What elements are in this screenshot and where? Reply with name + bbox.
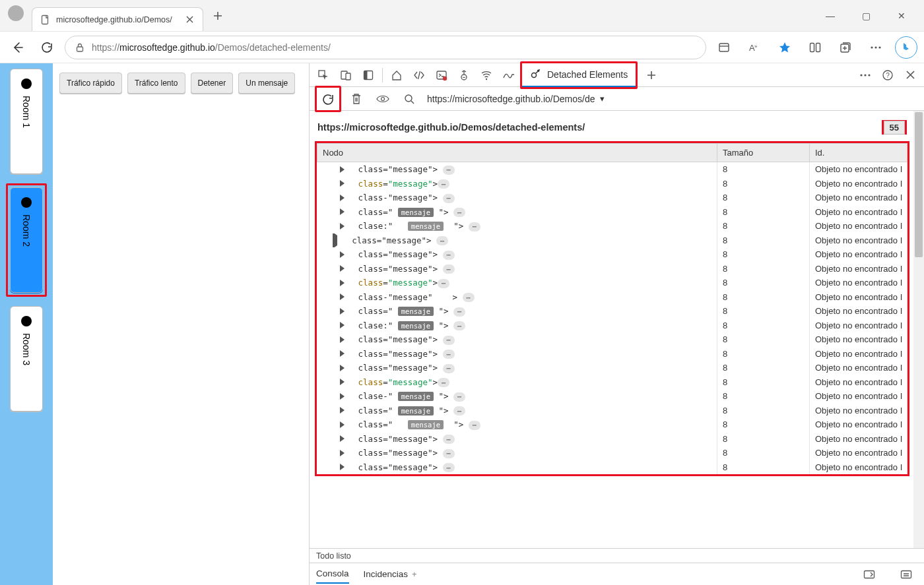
stop-button[interactable]: Detener bbox=[191, 73, 234, 94]
ellipsis-chip-icon[interactable]: ⋯ bbox=[443, 264, 455, 274]
frame-dropdown-icon[interactable]: ▾ bbox=[600, 94, 605, 104]
expand-triangle-icon[interactable] bbox=[340, 180, 345, 187]
inspect-element-icon[interactable] bbox=[312, 64, 335, 86]
more-menu-button[interactable] bbox=[865, 36, 887, 59]
bing-chat-button[interactable] bbox=[895, 36, 917, 59]
window-maximize-button[interactable]: ▢ bbox=[855, 11, 876, 21]
ellipsis-chip-icon[interactable]: ⋯ bbox=[436, 236, 448, 245]
expand-triangle-icon[interactable] bbox=[340, 407, 345, 414]
expand-triangle-icon[interactable] bbox=[340, 322, 345, 328]
table-row[interactable]: class-"message" > ⋯ 8Objeto no encontrad… bbox=[317, 290, 908, 305]
table-row[interactable]: class="message"> ⋯ 8Objeto no encontrado… bbox=[317, 460, 908, 475]
expand-triangle-icon[interactable] bbox=[340, 293, 345, 300]
expand-triangle-icon[interactable] bbox=[340, 195, 345, 201]
expand-triangle-icon[interactable] bbox=[340, 350, 345, 357]
ellipsis-chip-icon[interactable]: ⋯ bbox=[469, 222, 480, 231]
table-row[interactable]: clase:" mensaje "> ⋯ 8Objeto no encontra… bbox=[317, 219, 908, 233]
drawer-add-tab-icon[interactable]: + bbox=[412, 569, 417, 579]
ellipsis-chip-icon[interactable]: ⋯ bbox=[438, 279, 449, 288]
table-row[interactable]: class=" mensaje "> ⋯ 8Objeto no encontra… bbox=[317, 304, 908, 319]
table-row[interactable]: class-"message"> ⋯ 8Objeto no encontrado… bbox=[317, 191, 908, 205]
sources-tab-icon[interactable] bbox=[453, 64, 475, 86]
more-tabs-button[interactable] bbox=[640, 64, 663, 86]
ellipsis-chip-icon[interactable]: ⋯ bbox=[453, 406, 465, 416]
table-row[interactable]: class="message"> ⋯ 8Objeto no encontrado… bbox=[317, 332, 908, 347]
ellipsis-chip-icon[interactable]: ⋯ bbox=[443, 449, 455, 458]
ellipsis-chip-icon[interactable]: ⋯ bbox=[453, 392, 465, 402]
expand-triangle-icon[interactable] bbox=[340, 336, 345, 343]
expand-triangle-icon[interactable] bbox=[340, 280, 345, 286]
ellipsis-chip-icon[interactable]: ⋯ bbox=[438, 378, 449, 387]
table-row[interactable]: class=" mensaje "> ⋯ 8Objeto no encontra… bbox=[317, 417, 908, 432]
ellipsis-chip-icon[interactable]: ⋯ bbox=[469, 421, 480, 430]
expand-triangle-icon[interactable] bbox=[340, 365, 345, 371]
devtools-frame-url[interactable]: https://microsoftedge.github.io/Demos/de bbox=[427, 94, 595, 104]
eye-button[interactable] bbox=[372, 88, 394, 110]
table-row[interactable]: clase:" mensaje "> ⋯ 8Objeto no encontra… bbox=[317, 319, 908, 333]
drawer-tab-issues[interactable]: Incidencias bbox=[364, 565, 409, 583]
table-row[interactable]: class=" mensaje "> ⋯ 8Objeto no encontra… bbox=[317, 205, 908, 220]
profile-avatar[interactable] bbox=[8, 5, 24, 21]
ellipsis-chip-icon[interactable]: ⋯ bbox=[453, 321, 465, 330]
table-row[interactable]: class="message"> ⋯ 8Objeto no encontrado… bbox=[317, 247, 908, 262]
table-row[interactable]: clase-" mensaje "> ⋯ 8Objeto no encontra… bbox=[317, 389, 908, 404]
expand-triangle-icon[interactable] bbox=[340, 308, 345, 315]
ellipsis-chip-icon[interactable]: ⋯ bbox=[453, 208, 465, 217]
expand-triangle-icon[interactable] bbox=[340, 435, 345, 442]
vertical-scrollbar[interactable] bbox=[913, 111, 924, 548]
drawer-tab-console[interactable]: Consola bbox=[316, 565, 349, 584]
ellipsis-chip-icon[interactable]: ⋯ bbox=[438, 179, 449, 189]
elements-tab-icon[interactable] bbox=[408, 64, 430, 86]
expand-triangle-icon[interactable] bbox=[340, 166, 345, 173]
room-2-button[interactable]: Room 2 bbox=[10, 187, 43, 293]
collections-icon[interactable] bbox=[834, 36, 857, 59]
expand-triangle-icon[interactable] bbox=[340, 251, 345, 258]
browser-tab[interactable]: microsoftedge.github.io/Demos/ bbox=[32, 7, 203, 31]
one-message-button[interactable]: Un mensaje bbox=[238, 73, 295, 94]
table-row[interactable]: class="message"> ⋯ 8Objeto no encontrado… bbox=[317, 446, 908, 460]
expand-triangle-icon[interactable] bbox=[340, 464, 345, 470]
room-1-button[interactable]: Room 1 bbox=[10, 69, 43, 174]
refresh-button[interactable] bbox=[36, 36, 58, 59]
table-row[interactable]: class="message">⋯ 8Objeto no encontrado … bbox=[317, 276, 908, 290]
expand-triangle-icon[interactable] bbox=[340, 265, 345, 272]
split-screen-icon[interactable] bbox=[804, 36, 826, 59]
table-row[interactable]: class="message">⋯ 8Objeto no encontrado … bbox=[317, 375, 908, 390]
drawer-collapse-icon[interactable] bbox=[895, 563, 917, 586]
detached-elements-tab[interactable]: Detached Elements bbox=[522, 63, 636, 87]
favorite-icon[interactable] bbox=[774, 36, 796, 59]
table-row[interactable]: class="message"> ⋯ 8Objeto no encontrado… bbox=[317, 162, 908, 177]
delete-button[interactable] bbox=[345, 88, 368, 110]
slow-traffic-button[interactable]: Tráfico lento bbox=[127, 73, 185, 94]
address-bar[interactable]: https://microsoftedge.github.io/Demos/de… bbox=[65, 36, 706, 59]
ellipsis-chip-icon[interactable]: ⋯ bbox=[443, 251, 455, 260]
expand-triangle-icon[interactable] bbox=[340, 379, 345, 385]
ellipsis-chip-icon[interactable]: ⋯ bbox=[443, 194, 455, 203]
expand-triangle-icon[interactable] bbox=[340, 393, 345, 400]
welcome-tab-icon[interactable] bbox=[385, 64, 408, 86]
expand-triangle-icon[interactable] bbox=[340, 450, 345, 456]
table-row[interactable]: class="message"> ⋯ 8Objeto no encontrado… bbox=[317, 262, 908, 276]
ellipsis-chip-icon[interactable]: ⋯ bbox=[443, 435, 455, 444]
devtools-help-button[interactable]: ? bbox=[876, 64, 899, 86]
ellipsis-chip-icon[interactable]: ⋯ bbox=[443, 166, 455, 175]
tab-close-button[interactable] bbox=[184, 15, 195, 25]
ellipsis-chip-icon[interactable]: ⋯ bbox=[443, 350, 455, 359]
dock-side-icon[interactable] bbox=[357, 64, 380, 86]
expand-triangle-icon[interactable] bbox=[340, 223, 345, 230]
back-button[interactable] bbox=[7, 36, 29, 59]
ellipsis-chip-icon[interactable]: ⋯ bbox=[443, 463, 455, 472]
col-header-id[interactable]: Id. bbox=[810, 144, 908, 162]
devtools-close-button[interactable] bbox=[899, 64, 921, 86]
table-row[interactable]: class="message">⋯ 8Objeto no encontrado … bbox=[317, 177, 908, 191]
ellipsis-chip-icon[interactable]: ⋯ bbox=[463, 293, 475, 302]
expand-triangle-icon[interactable] bbox=[340, 208, 345, 215]
drawer-expand-icon[interactable] bbox=[858, 563, 880, 586]
table-row[interactable]: class="message"> ⋯ 8Objeto no encontrado… bbox=[317, 347, 908, 361]
console-tab-icon[interactable] bbox=[430, 64, 453, 86]
room-3-button[interactable]: Room 3 bbox=[10, 306, 43, 412]
table-row[interactable]: class="message"> ⋯ 8Objeto no encontrado… bbox=[317, 361, 908, 375]
window-close-button[interactable]: ✕ bbox=[891, 11, 912, 21]
app-mode-icon[interactable] bbox=[713, 36, 735, 59]
ellipsis-chip-icon[interactable]: ⋯ bbox=[453, 307, 465, 317]
